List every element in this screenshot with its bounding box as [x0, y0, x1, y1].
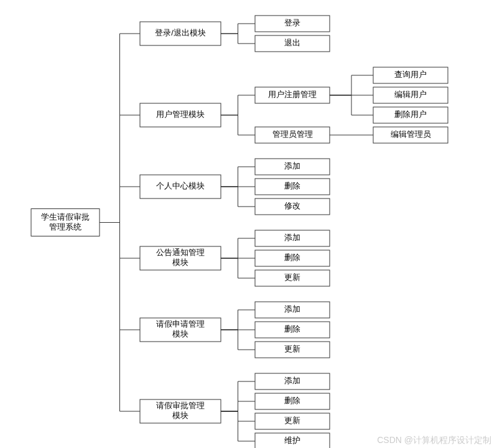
- module-3-child-1-label: 删除: [284, 253, 300, 262]
- connector: [221, 95, 255, 115]
- connector: [221, 258, 255, 278]
- module-4-child-0-label: 添加: [284, 304, 300, 314]
- connector: [221, 401, 255, 411]
- root-node-label: 学生请假审批: [41, 212, 90, 222]
- module-0-child-1-label: 退出: [284, 38, 300, 47]
- module-3-label: 模块: [172, 258, 188, 267]
- system-hierarchy-diagram: 学生请假审批管理系统登录/退出模块登录退出用户管理模块用户注册管理查询用户编辑用…: [0, 0, 497, 448]
- module-1-child-0-gc-0-label: 查询用户: [394, 70, 427, 79]
- connector: [221, 167, 255, 187]
- connector: [221, 187, 255, 207]
- module-1-child-1-gc-0-label: 编辑管理员: [391, 129, 431, 139]
- module-4-child-2-label: 更新: [284, 344, 300, 353]
- root-node-label: 管理系统: [49, 222, 81, 231]
- module-4-label: 模块: [172, 329, 188, 338]
- module-2-label: 个人中心模块: [156, 181, 205, 190]
- module-4-child-1-label: 删除: [284, 324, 300, 334]
- module-3-child-0-label: 添加: [284, 233, 300, 242]
- module-5-child-3-label: 维护: [284, 436, 300, 445]
- watermark: CSDN @计算机程序设计定制: [377, 435, 491, 445]
- connector: [100, 187, 140, 223]
- module-4-label: 请假申请管理: [156, 319, 205, 329]
- module-5-label: 模块: [172, 411, 188, 420]
- module-2-child-0-label: 添加: [284, 161, 300, 170]
- module-5-child-0-label: 添加: [284, 376, 300, 385]
- connector: [330, 75, 373, 95]
- connector: [221, 34, 255, 44]
- module-2-child-1-label: 删除: [284, 181, 300, 190]
- connector: [330, 95, 373, 115]
- module-1-child-0-gc-1-label: 编辑用户: [394, 90, 427, 99]
- module-1-label: 用户管理模块: [156, 110, 205, 119]
- module-5-label: 请假审批管理: [156, 401, 205, 410]
- connector: [221, 330, 255, 350]
- module-1-child-0-label: 用户注册管理: [268, 90, 317, 99]
- module-1-child-1-label: 管理员管理: [272, 129, 313, 139]
- module-1-child-0-gc-2-label: 删除用户: [394, 110, 427, 119]
- module-0-child-0-label: 登录: [284, 18, 300, 27]
- module-5-child-2-label: 更新: [284, 416, 300, 425]
- connector: [221, 310, 255, 330]
- connector: [221, 238, 255, 258]
- connector: [221, 115, 255, 135]
- module-3-label: 公告通知管理: [156, 248, 205, 257]
- connector: [221, 24, 255, 34]
- connector: [100, 223, 140, 412]
- module-2-child-2-label: 修改: [284, 201, 300, 210]
- connector: [221, 411, 255, 441]
- module-3-child-2-label: 更新: [284, 273, 300, 282]
- module-0-label: 登录/退出模块: [155, 28, 206, 37]
- module-5-child-1-label: 删除: [284, 396, 300, 405]
